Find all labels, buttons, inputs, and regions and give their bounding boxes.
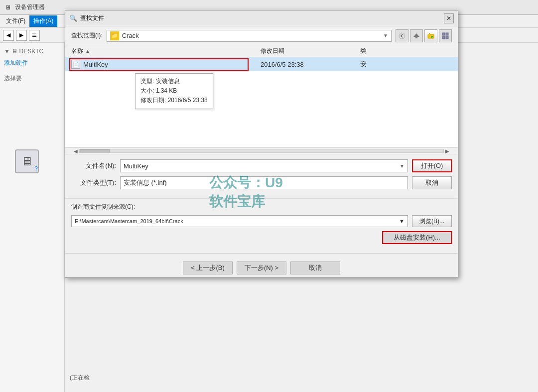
dialog-title-icon: 🔍 (69, 14, 77, 22)
file-icon-multikey: 📄 (71, 60, 80, 69)
cancel-button-form[interactable]: 取消 (412, 176, 452, 189)
folder-combo-arrow: ▼ (383, 33, 388, 38)
file-list-body: 📄 MultiKey 2016/6/5 23:38 安 类型: 安装信息 大小:… (65, 57, 458, 147)
path-input[interactable]: E:\Mastercam\Mastercam_2019_64bit\Crack … (71, 215, 408, 227)
svg-rect-2 (428, 34, 434, 38)
device-icon: 🖥 ? (15, 149, 39, 173)
svg-rect-1 (415, 37, 417, 38)
bg-select-label: 选择要 (0, 69, 64, 85)
scrollbar-thumb[interactable] (80, 149, 110, 152)
filetype-input[interactable]: 安装信息 (*.inf) (120, 176, 408, 189)
install-disk-btn-row: 从磁盘安装(H)... (71, 231, 452, 244)
open-button[interactable]: 打开(O) (412, 159, 452, 172)
nav-up-btn[interactable] (410, 29, 423, 42)
sort-arrow: ▲ (85, 48, 90, 54)
scroll-left-arrow[interactable]: ◀ (72, 148, 79, 154)
bg-menu-file[interactable]: 文件(F) (2, 15, 29, 27)
path-dropdown-arrow: ▼ (399, 218, 404, 224)
find-file-dialog: 🔍 查找文件 ✕ 查找范围(I): 📁 Crack ▼ (65, 10, 458, 278)
svg-rect-6 (446, 33, 448, 35)
scroll-right-arrow[interactable]: ▶ (444, 148, 451, 154)
scrollbar-track[interactable] (79, 149, 444, 153)
filename-dropdown-arrow: ▼ (400, 163, 404, 169)
next-step-button[interactable]: 下一步(N) > (237, 261, 286, 274)
file-row-name: 📄 MultiKey (71, 60, 261, 69)
svg-rect-7 (442, 36, 445, 39)
tooltip-size: 大小: 1.34 KB (140, 86, 208, 96)
copy-source-row: 制造商文件复制来源(C): (71, 203, 452, 211)
folder-combo[interactable]: 📁 Crack ▼ (107, 30, 392, 42)
svg-rect-8 (446, 36, 448, 39)
filetype-row: 文件类型(T): 安装信息 (*.inf) 取消 (71, 176, 452, 189)
file-row-type: 安 (360, 60, 367, 69)
svg-point-0 (399, 33, 405, 39)
bg-properties-btn[interactable]: ☰ (29, 30, 40, 41)
bg-menu-action[interactable]: 操作(A) (29, 15, 57, 27)
divider (65, 253, 458, 254)
bg-window-title: 设备管理器 (15, 3, 45, 11)
bg-add-hardware[interactable]: 添加硬件 (0, 57, 64, 69)
folder-icon: 📁 (110, 31, 119, 40)
dialog-toolbar: 查找范围(I): 📁 Crack ▼ (65, 26, 458, 45)
file-tooltip: 类型: 安装信息 大小: 1.34 KB 修改日期: 2016/6/5 23:3… (135, 73, 213, 109)
horizontal-scrollbar[interactable]: ◀ ▶ (65, 147, 458, 154)
nav-grid-btn[interactable] (439, 29, 452, 42)
filename-row: 文件名(N): MultiKey ▼ 打开(O) (71, 159, 452, 172)
filename-input[interactable]: MultiKey ▼ (120, 159, 408, 172)
bg-status-line: (正在检 (70, 374, 90, 382)
bottom-nav-row: < 上一步(B) 下一步(N) > 取消 (65, 257, 458, 277)
bg-forward-btn[interactable]: ▶ (16, 30, 27, 41)
tooltip-type: 类型: 安装信息 (140, 77, 208, 86)
svg-rect-5 (442, 33, 445, 35)
prev-step-button[interactable]: < 上一步(B) (183, 261, 233, 274)
tooltip-date: 修改日期: 2016/6/5 23:38 (140, 96, 208, 105)
browse-button[interactable]: 浏览(B)... (412, 215, 452, 227)
col-date-header: 修改日期 (261, 47, 360, 55)
filename-value: MultiKey (124, 162, 148, 170)
filetype-value: 安装信息 (*.inf) (124, 178, 167, 187)
file-name-text: MultiKey (83, 61, 108, 68)
bg-back-btn[interactable]: ◀ (3, 30, 14, 41)
bg-sidebar: ▼ 🖥 DESKTC 添加硬件 选择要 (0, 43, 65, 392)
file-row-date: 2016/6/5 23:38 (261, 61, 360, 68)
toolbar-nav-buttons (396, 29, 452, 42)
nav-new-folder-btn[interactable] (424, 29, 437, 42)
dialog-form: 文件名(N): MultiKey ▼ 打开(O) 文件类型(T): 安装信息 (… (65, 154, 458, 198)
dialog-close-button[interactable]: ✕ (444, 13, 454, 23)
file-list-area: 名称 ▲ 修改日期 类 📄 MultiKey 2016/6/5 23:38 安 … (65, 45, 458, 147)
folder-name: Crack (122, 32, 139, 39)
range-label: 查找范围(I): (71, 31, 103, 40)
filename-label: 文件名(N): (71, 161, 116, 170)
nav-back-btn[interactable] (396, 29, 408, 42)
col-name-header: 名称 ▲ (71, 47, 261, 55)
dialog-title-text: 查找文件 (80, 14, 444, 22)
install-disk-button[interactable]: 从磁盘安装(H)... (382, 231, 452, 244)
bg-device-icon-area: 🖥 ? (15, 149, 39, 173)
col-type-header: 类 (360, 47, 366, 55)
dialog-titlebar: 🔍 查找文件 ✕ (65, 10, 458, 26)
install-area: 制造商文件复制来源(C): E:\Mastercam\Mastercam_201… (65, 198, 458, 250)
path-row: E:\Mastercam\Mastercam_2019_64bit\Crack … (71, 215, 452, 227)
bg-tree-root: ▼ 🖥 DESKTC (0, 43, 64, 57)
file-row-multikey[interactable]: 📄 MultiKey 2016/6/5 23:38 安 (65, 57, 458, 71)
bg-window-icon: 🖥 (4, 3, 12, 11)
path-value: E:\Mastercam\Mastercam_2019_64bit\Crack (75, 218, 183, 224)
bottom-cancel-button[interactable]: 取消 (290, 261, 340, 274)
file-list-header: 名称 ▲ 修改日期 类 (65, 45, 458, 57)
filetype-label: 文件类型(T): (71, 178, 116, 187)
copy-label: 制造商文件复制来源(C): (71, 203, 135, 211)
